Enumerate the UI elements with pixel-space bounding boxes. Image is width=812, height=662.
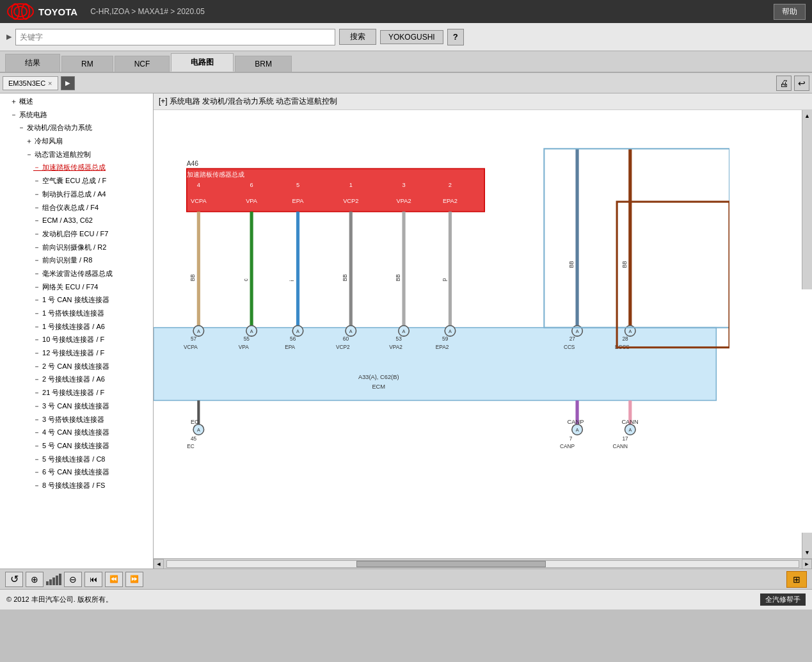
- scroll-down-button[interactable]: ▼: [802, 533, 812, 558]
- doc-tab[interactable]: EM35N3EC ×: [3, 76, 58, 90]
- svg-text:VCPA: VCPA: [184, 344, 198, 350]
- svg-text:A: A: [250, 328, 253, 334]
- help-icon-button[interactable]: ?: [447, 29, 464, 45]
- sidebar-item-accel[interactable]: － 加速踏板传感器总成: [0, 161, 153, 174]
- circuit-diagram: A46 加速踏板传感器总成 VCPA VPA EPA VCP2 VPA2 EPA…: [154, 110, 729, 558]
- sidebar-item-radar[interactable]: － 动态雷达巡航控制: [0, 148, 153, 161]
- tab-ncf[interactable]: NCF: [115, 56, 170, 72]
- search-input[interactable]: [15, 29, 335, 45]
- svg-text:p: p: [442, 278, 447, 281]
- sidebar-item-conn5[interactable]: － 5 号接线连接器 / C8: [0, 453, 153, 466]
- back-icon[interactable]: ↩: [794, 76, 809, 91]
- sidebar-item-can4[interactable]: － 4 号 CAN 接线连接器: [0, 426, 153, 439]
- sidebar-item-radar2[interactable]: － 毫米波雷达传感器总成: [0, 267, 153, 280]
- svg-text:BB: BB: [622, 261, 628, 268]
- tab-results[interactable]: 结果: [5, 54, 60, 72]
- svg-text:i: i: [289, 280, 295, 281]
- zoom-in-button[interactable]: ⊕: [26, 572, 44, 587]
- footer: © 2012 丰田汽车公司. 版权所有。 全汽修帮手: [0, 589, 812, 610]
- search-button[interactable]: 搜索: [339, 29, 376, 45]
- scroll-up-button[interactable]: ▲: [802, 110, 812, 289]
- svg-text:VPA: VPA: [246, 198, 258, 204]
- refresh-button[interactable]: ↺: [5, 572, 23, 587]
- sidebar-item-overview[interactable]: ＋ 概述: [0, 95, 153, 108]
- svg-text:VCP2: VCP2: [343, 198, 358, 204]
- sidebar-item-brake[interactable]: － 制动执行器总成 / A4: [0, 188, 153, 201]
- svg-text:c: c: [243, 279, 249, 281]
- sidebar-item-gnd1[interactable]: － 1 号搭铁接线连接器: [0, 307, 153, 320]
- sidebar-item-forward[interactable]: － 前向识别量 / R8: [0, 254, 153, 267]
- sidebar-item-gateway[interactable]: － 网络关 ECU / F74: [0, 280, 153, 294]
- skip-back-button[interactable]: ⏪: [105, 572, 123, 587]
- tab-brm[interactable]: BRM: [235, 56, 292, 72]
- sidebar-item-engine[interactable]: － 发动机/混合动力系统: [0, 121, 153, 134]
- svg-text:VCP2: VCP2: [336, 344, 350, 350]
- sidebar-item-gnd3[interactable]: － 3 号搭铁接线连接器: [0, 413, 153, 426]
- sidebar-item-airbag[interactable]: － 空气囊 ECU 总成 / F: [0, 174, 153, 188]
- svg-text:CANN: CANN: [613, 444, 628, 449]
- sidebar-item-can5[interactable]: － 5 号 CAN 接线连接器: [0, 439, 153, 453]
- svg-text:A: A: [628, 427, 632, 433]
- sidebar-item-cooling[interactable]: ＋ 冷却风扇: [0, 134, 153, 148]
- scroll-right-button[interactable]: ►: [802, 559, 812, 569]
- sidebar-item-conn12[interactable]: － 12 号接线连接器 / F: [0, 346, 153, 360]
- diagram-title: [+] 系统电路 发动机/混合动力系统 动态雷达巡航控制: [154, 93, 812, 110]
- signal-bars: [46, 574, 61, 585]
- svg-text:A: A: [576, 427, 579, 433]
- tab-rm[interactable]: RM: [61, 56, 113, 72]
- diagram-area: [+] 系统电路 发动机/混合动力系统 动态雷达巡航控制 ▲ ▼ A46 加速踏…: [154, 93, 812, 569]
- sidebar-item-conn2[interactable]: － 2 号接线连接器 / A6: [0, 373, 153, 386]
- svg-text:EC: EC: [187, 444, 195, 449]
- logo-area: TOYOTA: [6, 3, 77, 20]
- screen-button[interactable]: ⊞: [786, 571, 807, 588]
- sidebar-item-camera[interactable]: － 前向识别摄像机 / R2: [0, 241, 153, 254]
- component-name-label: 加速踏板传感器总成: [187, 171, 244, 178]
- sidebar-item-can1[interactable]: － 1 号 CAN 接线连接器: [0, 293, 153, 307]
- prev-button[interactable]: ⏮: [84, 572, 102, 587]
- help-button[interactable]: 帮助: [774, 4, 806, 20]
- svg-text:4: 4: [197, 182, 200, 188]
- doc-tab-play-button[interactable]: ▶: [61, 76, 75, 90]
- sidebar-item-ecm[interactable]: － ECM / A33, C62: [0, 214, 153, 227]
- signal-bar-3: [52, 577, 55, 585]
- tab-circuit[interactable]: 电路图: [171, 53, 234, 72]
- sidebar-item-conn10[interactable]: － 10 号接线连接器 / F: [0, 333, 153, 346]
- svg-text:3: 3: [402, 182, 405, 188]
- svg-text:A33(A), C62(B): A33(A), C62(B): [358, 374, 399, 380]
- svg-rect-33: [154, 328, 716, 401]
- sidebar-item-syscircuit[interactable]: － 系统电路: [0, 108, 153, 122]
- svg-text:56: 56: [290, 336, 296, 342]
- scroll-left-button[interactable]: ◄: [154, 559, 164, 569]
- sidebar-item-startstop[interactable]: － 发动机启停 ECU / F7: [0, 227, 153, 241]
- svg-text:CCS: CCS: [564, 344, 575, 350]
- horizontal-scrollbar[interactable]: ◄ ►: [154, 558, 812, 569]
- svg-text:5: 5: [296, 182, 299, 188]
- svg-text:BB: BB: [395, 274, 401, 282]
- doc-tab-close[interactable]: ×: [48, 79, 52, 87]
- sidebar-item-can3[interactable]: － 3 号 CAN 接线连接器: [0, 400, 153, 413]
- svg-text:CANP: CANP: [560, 444, 575, 449]
- scroll-thumb[interactable]: [356, 561, 546, 567]
- svg-text:BB: BB: [342, 274, 348, 282]
- svg-text:VPA: VPA: [239, 344, 249, 350]
- svg-text:VPA2: VPA2: [396, 198, 411, 204]
- skip-forward-button[interactable]: ⏩: [125, 572, 143, 587]
- svg-text:BB: BB: [190, 274, 196, 282]
- sidebar-item-conn1[interactable]: － 1 号接线连接器 / A6: [0, 320, 153, 334]
- scroll-track[interactable]: [166, 560, 799, 568]
- diagram-scroll[interactable]: A46 加速踏板传感器总成 VCPA VPA EPA VCP2 VPA2 EPA…: [154, 110, 812, 558]
- print-icon[interactable]: 🖨: [776, 76, 792, 91]
- svg-point-3: [22, 4, 29, 19]
- svg-text:EPA: EPA: [292, 198, 305, 204]
- sidebar-item-conn8[interactable]: － 8 号接线连接器 / FS: [0, 479, 153, 492]
- yokogushi-button[interactable]: YOKOGUSHI: [380, 30, 443, 44]
- sidebar-item-can6[interactable]: － 6 号 CAN 接线连接器: [0, 465, 153, 479]
- sidebar-item-can2[interactable]: － 2 号 CAN 接线连接器: [0, 360, 153, 373]
- zoom-out-button[interactable]: ⊖: [64, 572, 82, 587]
- doc-tab-icons: 🖨 ↩: [776, 76, 809, 91]
- brand-logo: 全汽修帮手: [760, 593, 806, 606]
- sidebar-item-conn21[interactable]: － 21 号接线连接器 / F: [0, 386, 153, 400]
- sidebar-item-meter[interactable]: － 组合仪表总成 / F4: [0, 201, 153, 214]
- signal-bar-5: [59, 574, 61, 585]
- signal-bar-4: [56, 576, 58, 585]
